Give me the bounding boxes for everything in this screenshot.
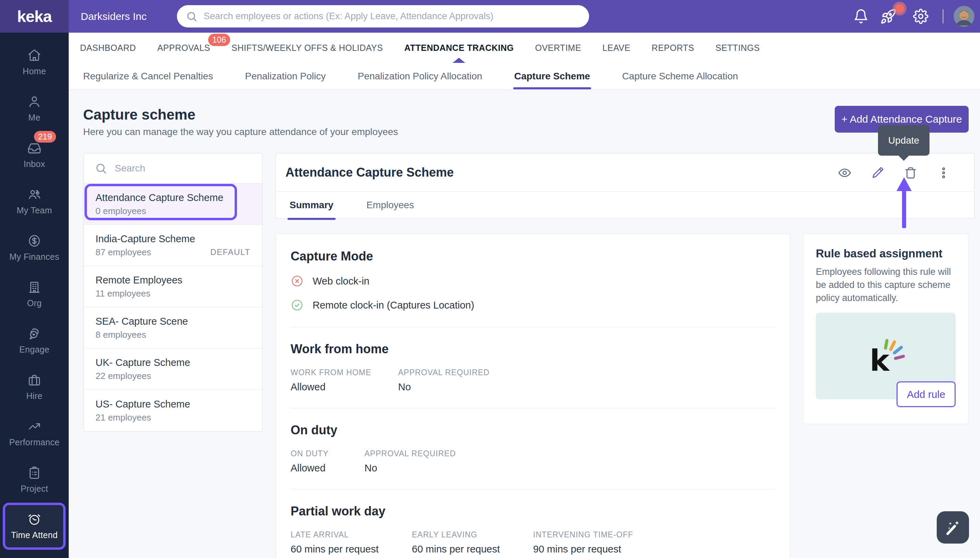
sidebar-item-label: Hire: [26, 391, 42, 401]
sub-nav: Regularize & Cancel Penalties Penalizati…: [69, 63, 980, 90]
keka-logo[interactable]: keka: [0, 0, 69, 33]
global-search-input[interactable]: [204, 11, 580, 21]
list-item-sea-capture-scene[interactable]: SEA- Capture Scene 8 employees: [84, 307, 262, 349]
view-icon[interactable]: [833, 161, 856, 184]
search-icon: [186, 11, 198, 22]
subtab-capture-scheme[interactable]: Capture Scheme: [514, 71, 590, 82]
scheme-search-input[interactable]: [115, 163, 251, 174]
list-item-attendance-capture-scheme[interactable]: Attendance Capture Scheme 0 employees: [84, 184, 262, 225]
alarm-clock-icon: [27, 512, 41, 527]
field-work-from-home: WORK FROM HOME Allowed: [291, 368, 398, 393]
list-item-remote-employees[interactable]: Remote Employees 11 employees: [84, 266, 262, 307]
briefcase-icon: [27, 373, 41, 387]
list-item-us-capture-scheme[interactable]: US- Capture Scheme 21 employees: [84, 390, 262, 431]
add-rule-button[interactable]: Add rule: [896, 381, 955, 407]
sidebar-item-my-finances[interactable]: My Finances: [0, 224, 69, 271]
edit-pencil-icon[interactable]: [866, 161, 889, 184]
field-od-approval-required: APPROVAL REQUIRED No: [364, 449, 775, 474]
team-icon: [27, 187, 41, 202]
sidebar-item-inbox[interactable]: 219 Inbox: [0, 131, 69, 178]
delete-trash-icon[interactable]: [899, 161, 922, 184]
circle-check-icon: [291, 299, 304, 312]
list-item-india-capture-scheme[interactable]: India-Capture Scheme 87 employeesDEFAULT: [84, 225, 262, 266]
company-name: Darksiders Inc: [81, 0, 147, 33]
sidebar-item-time-attend[interactable]: Time Attend: [0, 503, 69, 549]
sidebar-item-me[interactable]: Me: [0, 85, 69, 131]
trend-icon: [27, 419, 41, 433]
tab-dashboard[interactable]: DASHBOARD: [80, 43, 136, 53]
sidebar-item-label: Project: [21, 484, 48, 494]
sidebar-item-label: Engage: [19, 345, 49, 354]
page-subtitle: Here you can manage the way you capture …: [83, 126, 398, 138]
section-heading-work-from-home: Work from home: [291, 342, 775, 356]
divider: [291, 489, 775, 490]
tab-reports[interactable]: REPORTS: [652, 43, 694, 53]
update-tooltip: Update: [878, 125, 929, 156]
sidebar-item-label: My Team: [16, 205, 52, 215]
section-heading-on-duty: On duty: [291, 423, 775, 437]
scheme-list-panel: Attendance Capture Scheme 0 employees In…: [83, 153, 263, 432]
detail-tabs: Summary Employees: [276, 192, 974, 218]
sidebar-item-label: Org: [27, 298, 42, 308]
default-badge: DEFAULT: [210, 248, 251, 257]
kebab-menu-icon[interactable]: [932, 161, 955, 184]
tab-attendance-tracking[interactable]: ATTENDANCE TRACKING: [404, 43, 514, 53]
field-intervening-time-off: INTERVENING TIME-OFF 90 mins per request: [533, 530, 775, 555]
field-early-leaving: EARLY LEAVING 60 mins per request: [412, 530, 533, 555]
building-icon: [27, 280, 41, 294]
detail-title: Attendance Capture Scheme: [285, 165, 454, 180]
approvals-badge: 106: [208, 34, 230, 46]
rule-panel-heading: Rule based assignment: [816, 247, 955, 260]
subtab-regularize-cancel-penalties[interactable]: Regularize & Cancel Penalties: [83, 71, 213, 82]
sidebar: Home Me 219 Inbox My Team My Finances Or…: [0, 33, 69, 558]
chat-heart-icon: [27, 327, 41, 341]
divider: [291, 408, 775, 409]
gear-icon[interactable]: [913, 8, 929, 24]
tab-leave[interactable]: LEAVE: [603, 43, 630, 53]
avatar[interactable]: [954, 6, 975, 27]
subtab-capture-scheme-allocation[interactable]: Capture Scheme Allocation: [622, 71, 738, 82]
list-item-uk-capture-scheme[interactable]: UK- Capture Scheme 22 employees: [84, 349, 262, 390]
main-nav: DASHBOARD APPROVALS106 SHIFTS/WEEKLY OFF…: [69, 33, 980, 63]
magic-wand-button[interactable]: [937, 511, 969, 543]
capture-mode-row-web: Web clock-in: [291, 274, 775, 287]
global-search[interactable]: [177, 5, 589, 28]
circle-x-icon: [291, 274, 304, 287]
home-icon: [27, 48, 41, 62]
tab-settings[interactable]: SETTINGS: [716, 43, 760, 53]
sidebar-item-performance[interactable]: Performance: [0, 410, 69, 456]
rule-panel-description: Employees following this rule will be ad…: [816, 266, 955, 304]
sidebar-item-engage[interactable]: Engage: [0, 317, 69, 364]
clipboard-icon: [27, 466, 41, 480]
sidebar-item-label: Home: [23, 66, 46, 76]
scheme-search[interactable]: [84, 154, 262, 184]
top-bar: Darksiders Inc keka: [0, 0, 980, 33]
sidebar-item-hire[interactable]: Hire: [0, 364, 69, 410]
bell-icon[interactable]: [853, 8, 869, 24]
sidebar-item-label: My Finances: [9, 252, 59, 262]
magic-wand-icon: [944, 519, 962, 537]
tab-overtime[interactable]: OVERTIME: [535, 43, 581, 53]
field-late-arrival: LATE ARRIVAL 60 mins per request: [291, 530, 412, 555]
field-on-duty: ON DUTY Allowed: [291, 449, 364, 474]
inbox-icon: [27, 141, 41, 155]
detail-actions: [833, 154, 955, 192]
rocket-icon[interactable]: [880, 8, 896, 25]
sidebar-item-my-team[interactable]: My Team: [0, 178, 69, 224]
rule-based-assignment-panel: Rule based assignment Employees followin…: [803, 233, 969, 424]
summary-card: Capture Mode Web clock-in Remote clock-i…: [275, 233, 790, 558]
search-icon: [95, 162, 107, 174]
tab-shifts[interactable]: SHIFTS/WEEKLY OFFS & HOLIDAYS: [231, 43, 383, 53]
tab-approvals[interactable]: APPROVALS106: [157, 43, 210, 53]
section-heading-partial-work-day: Partial work day: [291, 504, 775, 519]
tab-employees[interactable]: Employees: [367, 200, 414, 211]
sidebar-item-home[interactable]: Home: [0, 39, 69, 85]
subtab-penalization-policy[interactable]: Penalization Policy: [245, 71, 326, 82]
sidebar-item-label: Me: [28, 113, 40, 123]
tab-summary[interactable]: Summary: [290, 200, 334, 211]
sidebar-item-org[interactable]: Org: [0, 271, 69, 317]
sidebar-item-project[interactable]: Project: [0, 456, 69, 503]
subtab-penalization-policy-allocation[interactable]: Penalization Policy Allocation: [357, 71, 482, 82]
person-icon: [27, 95, 41, 109]
detail-header-card: Attendance Capture Scheme Summary Employ…: [275, 153, 975, 219]
